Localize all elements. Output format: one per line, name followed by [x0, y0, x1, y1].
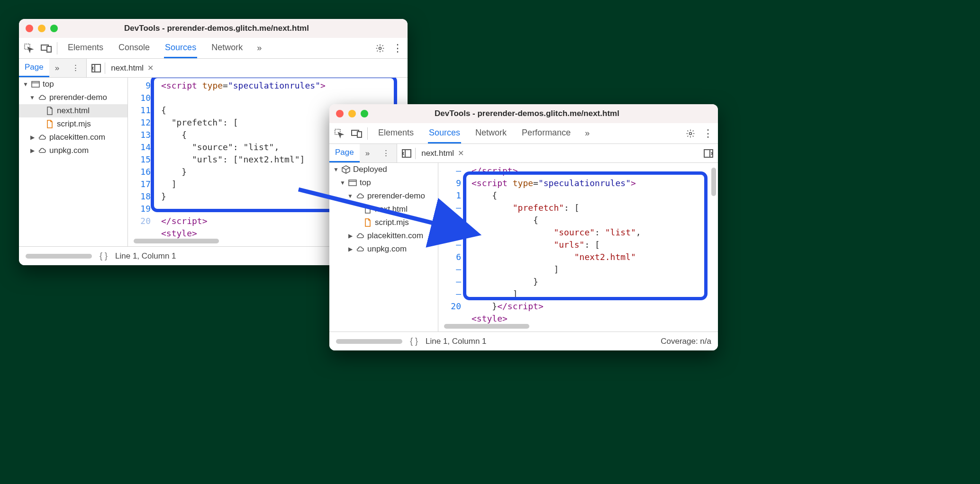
sidebar-scrollbar[interactable] — [26, 254, 92, 259]
settings-gear-icon[interactable] — [375, 44, 385, 53]
tree-label: prerender-demo — [49, 93, 107, 102]
document-icon — [363, 205, 372, 214]
line-number-gutter: 9101112 13141516 17181920 — [128, 78, 154, 246]
tab-network[interactable]: Network — [474, 123, 508, 143]
panel-menu-icon[interactable]: ⋮ — [65, 63, 86, 73]
cloud-icon — [356, 245, 364, 253]
svg-rect-2 — [47, 46, 51, 52]
inspect-icon[interactable] — [24, 43, 34, 54]
tree-label: next.html — [375, 205, 408, 214]
tree-domain-main[interactable]: ▼ prerender-demo — [329, 189, 438, 203]
file-navigator-sidebar: ▼ Deployed ▼ top ▼ prerender-demo next.h… — [329, 163, 438, 332]
titlebar: DevTools - prerender-demos.glitch.me/nex… — [19, 19, 408, 38]
tab-elements[interactable]: Elements — [377, 123, 415, 143]
page-panel-tab[interactable]: Page — [19, 59, 49, 77]
kebab-menu-icon[interactable]: ⋮ — [392, 42, 403, 54]
more-tabs-icon[interactable]: » — [585, 128, 590, 138]
tree-domain-unpkg[interactable]: ▶ unpkg.com — [19, 144, 127, 157]
tree-label: unpkg.com — [49, 146, 89, 155]
pretty-print-icon[interactable]: { } — [410, 336, 418, 346]
cloud-icon — [38, 146, 46, 155]
script-file-icon — [363, 218, 372, 227]
tree-deployed[interactable]: ▼ Deployed — [329, 163, 438, 176]
open-file-tab[interactable]: next.html ✕ — [111, 63, 154, 73]
script-file-icon — [45, 120, 54, 128]
kebab-menu-icon[interactable]: ⋮ — [703, 127, 713, 140]
tree-domain-main[interactable]: ▼ prerender-demo — [19, 91, 127, 104]
open-file-tab[interactable]: next.html ✕ — [421, 149, 464, 158]
frame-icon — [31, 80, 40, 89]
file-navigator-sidebar: ▼ top ▼ prerender-demo next.html script.… — [19, 78, 128, 246]
main-toolbar: Elements Console Sources Network » ⋮ — [19, 38, 408, 59]
tab-sources[interactable]: Sources — [164, 38, 197, 58]
svg-rect-4 — [92, 64, 100, 72]
cube-icon — [342, 165, 350, 174]
sidebar-scrollbar[interactable] — [336, 339, 402, 344]
horizontal-scrollbar[interactable] — [134, 239, 219, 243]
frame-icon — [348, 179, 357, 187]
tab-console[interactable]: Console — [118, 38, 151, 58]
settings-gear-icon[interactable] — [686, 129, 695, 138]
source-editor[interactable]: –91– 3––6 –––20 </script> <script type="… — [438, 163, 718, 332]
debugger-pane-toggle-icon[interactable] — [699, 149, 713, 158]
close-file-tab-icon[interactable]: ✕ — [458, 149, 464, 158]
tree-expand-icon: ▼ — [347, 193, 353, 199]
device-toggle-icon[interactable] — [41, 44, 52, 53]
tree-domain-unpkg[interactable]: ▶ unpkg.com — [329, 242, 438, 256]
tree-top-frame[interactable]: ▼ top — [329, 176, 438, 189]
tree-expand-icon: ▼ — [340, 179, 345, 186]
tab-elements[interactable]: Elements — [67, 38, 104, 58]
navigator-toggle-icon[interactable] — [91, 63, 105, 74]
tab-network[interactable]: Network — [210, 38, 244, 58]
document-icon — [45, 107, 54, 115]
tree-domain-placekitten[interactable]: ▶ placekitten.com — [329, 229, 438, 242]
main-toolbar: Elements Sources Network Performance » ⋮ — [329, 123, 718, 144]
close-file-tab-icon[interactable]: ✕ — [147, 63, 154, 72]
tree-label: top — [43, 80, 54, 89]
pretty-print-icon[interactable]: { } — [100, 251, 108, 261]
tree-label: next.html — [57, 106, 90, 116]
navigator-toggle-icon[interactable] — [402, 148, 416, 159]
svg-rect-14 — [704, 150, 713, 157]
svg-rect-6 — [32, 81, 39, 87]
window-title: DevTools - prerender-demos.glitch.me/nex… — [343, 109, 711, 118]
tree-expand-icon: ▼ — [333, 166, 339, 173]
panel-menu-icon[interactable]: ⋮ — [375, 148, 397, 158]
tree-file-next-html[interactable]: next.html — [19, 104, 127, 117]
tree-label: top — [360, 178, 371, 188]
coverage-label: Coverage: n/a — [661, 337, 711, 346]
svg-rect-10 — [357, 132, 362, 137]
cursor-position: Line 1, Column 1 — [115, 251, 176, 261]
tree-expand-icon: ▼ — [29, 94, 35, 101]
more-tabs-icon[interactable]: » — [257, 43, 262, 53]
tree-label: script.mjs — [57, 119, 91, 129]
titlebar: DevTools - prerender-demos.glitch.me/nex… — [329, 104, 718, 123]
tree-domain-placekitten[interactable]: ▶ placekitten.com — [19, 131, 127, 144]
line-number-gutter: –91– 3––6 –––20 — [438, 163, 465, 332]
tree-label: placekitten.com — [367, 231, 423, 241]
cloud-icon — [38, 133, 46, 142]
tree-file-script-mjs[interactable]: script.mjs — [19, 117, 127, 131]
more-panels-icon[interactable]: » — [360, 149, 375, 158]
horizontal-scrollbar[interactable] — [444, 324, 529, 329]
tree-label: unpkg.com — [367, 244, 407, 254]
device-toggle-icon[interactable] — [351, 129, 363, 138]
tree-file-script-mjs[interactable]: script.mjs — [329, 216, 438, 229]
sources-sub-toolbar: Page » ⋮ next.html ✕ — [329, 144, 718, 163]
more-panels-icon[interactable]: » — [49, 63, 65, 73]
tree-file-next-html[interactable]: next.html — [329, 203, 438, 216]
tab-performance[interactable]: Performance — [521, 123, 572, 143]
tree-top-frame[interactable]: ▼ top — [19, 78, 127, 91]
inspect-icon[interactable] — [334, 128, 345, 139]
tab-sources[interactable]: Sources — [428, 123, 461, 143]
cloud-icon — [38, 93, 46, 102]
vertical-scrollbar[interactable] — [711, 168, 716, 196]
page-panel-tab[interactable]: Page — [329, 144, 360, 162]
file-tab-label: next.html — [421, 149, 454, 158]
file-tab-label: next.html — [111, 63, 144, 73]
tree-collapse-icon: ▶ — [29, 134, 35, 141]
svg-point-11 — [690, 132, 692, 134]
devtools-window-2: DevTools - prerender-demos.glitch.me/nex… — [329, 104, 718, 350]
tree-label: prerender-demo — [367, 191, 425, 201]
tree-collapse-icon: ▶ — [347, 233, 353, 239]
